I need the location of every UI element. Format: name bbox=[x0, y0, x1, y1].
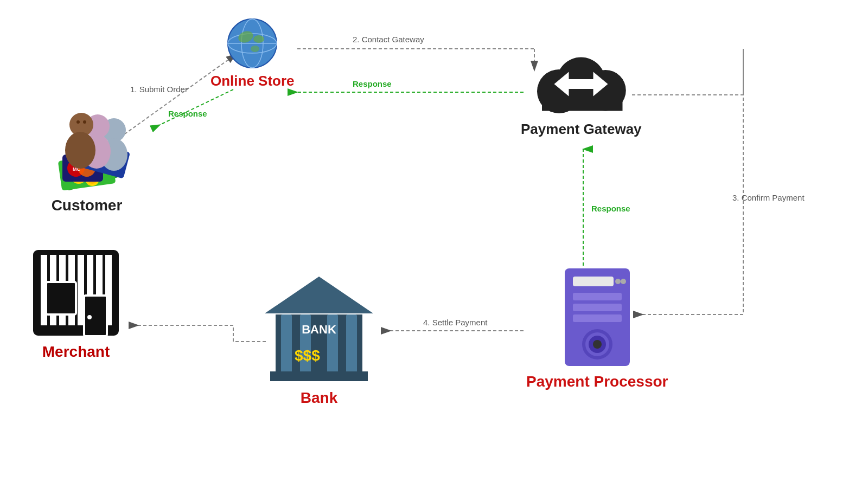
svg-rect-46 bbox=[270, 371, 368, 381]
online-store-label: Online Store bbox=[210, 73, 295, 89]
confirm-payment-label: 3. Confirm Payment bbox=[732, 193, 805, 202]
svg-rect-37 bbox=[542, 89, 623, 111]
payment-gateway-icon bbox=[532, 52, 630, 117]
svg-rect-68 bbox=[573, 304, 622, 311]
response-customer-label: Response bbox=[168, 109, 207, 118]
svg-rect-67 bbox=[573, 293, 622, 300]
online-store-icon bbox=[225, 16, 279, 70]
svg-point-66 bbox=[621, 279, 626, 284]
svg-rect-45 bbox=[346, 314, 357, 374]
merchant-node: Merchant bbox=[30, 247, 122, 361]
response-gateway-label: Response bbox=[353, 79, 392, 88]
bank-label: Bank bbox=[301, 389, 337, 407]
svg-rect-64 bbox=[573, 277, 614, 286]
diagram-container: 1. Submit Order Response 2. Contact Gate… bbox=[0, 0, 868, 488]
bank-icon: BANK $$$ bbox=[265, 266, 373, 385]
svg-rect-60 bbox=[46, 282, 76, 314]
bank-node: BANK $$$ Bank bbox=[265, 266, 373, 407]
svg-rect-50 bbox=[35, 252, 117, 268]
online-store-node: Online Store bbox=[210, 16, 295, 89]
svg-rect-61 bbox=[84, 296, 107, 336]
svg-rect-42 bbox=[281, 314, 292, 374]
svg-rect-69 bbox=[573, 314, 622, 322]
svg-point-32 bbox=[253, 35, 264, 43]
svg-text:BANK: BANK bbox=[302, 323, 336, 336]
flow-diagram-svg: 1. Submit Order Response 2. Contact Gate… bbox=[0, 0, 868, 488]
svg-point-25 bbox=[76, 120, 80, 124]
payment-processor-label: Payment Processor bbox=[526, 373, 668, 390]
svg-marker-41 bbox=[265, 277, 373, 313]
payment-processor-icon bbox=[559, 266, 635, 369]
customer-icon: $ $ MC VISA bbox=[33, 84, 141, 192]
contact-gateway-label: 2. Contact Gateway bbox=[353, 35, 424, 44]
response-processor-label: Response bbox=[591, 204, 630, 213]
merchant-label: Merchant bbox=[42, 343, 110, 361]
payment-gateway-label: Payment Gateway bbox=[521, 121, 642, 138]
svg-point-33 bbox=[251, 46, 259, 52]
svg-point-24 bbox=[65, 132, 95, 169]
svg-point-26 bbox=[83, 120, 86, 124]
payment-processor-node: Payment Processor bbox=[526, 266, 668, 390]
payment-gateway-node: Payment Gateway bbox=[521, 52, 642, 138]
svg-point-73 bbox=[593, 340, 602, 349]
svg-text:$$$: $$$ bbox=[295, 347, 320, 364]
svg-point-62 bbox=[87, 315, 92, 319]
svg-point-65 bbox=[615, 279, 621, 284]
customer-node: $ $ MC VISA bbox=[33, 84, 141, 214]
customer-label: Customer bbox=[52, 197, 123, 214]
merchant-icon bbox=[30, 247, 122, 339]
settle-payment-label: 4. Settle Payment bbox=[423, 318, 488, 327]
